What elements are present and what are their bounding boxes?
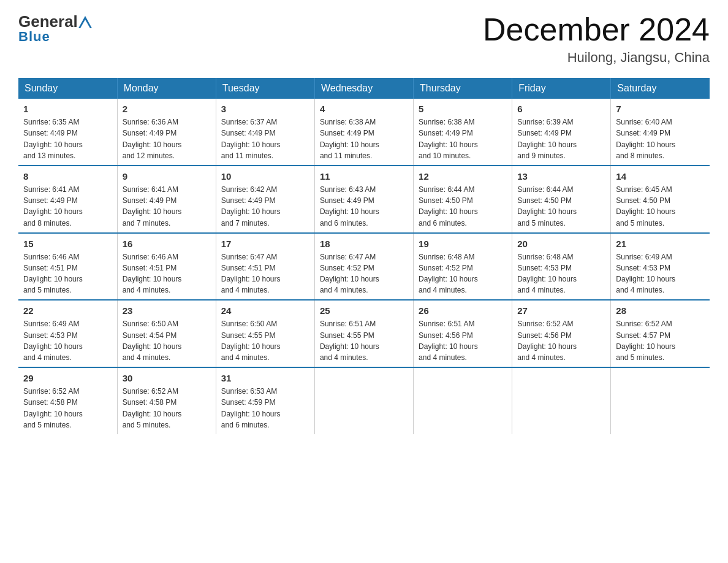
calendar-cell: 6Sunrise: 6:39 AMSunset: 4:49 PMDaylight… [512,99,611,166]
day-number: 27 [517,304,605,317]
calendar-cell: 14Sunrise: 6:45 AMSunset: 4:50 PMDayligh… [611,166,710,233]
day-number: 2 [123,102,211,115]
day-number: 23 [123,304,211,317]
day-info: Sunrise: 6:44 AMSunset: 4:50 PMDaylight:… [517,185,577,228]
calendar-cell: 7Sunrise: 6:40 AMSunset: 4:49 PMDaylight… [611,99,710,166]
calendar-cell: 20Sunrise: 6:48 AMSunset: 4:53 PMDayligh… [512,233,611,301]
calendar-subtitle: Huilong, Jiangsu, China [483,50,710,66]
logo-icon [78,16,93,28]
day-number: 16 [123,237,211,250]
day-info: Sunrise: 6:39 AMSunset: 4:49 PMDaylight:… [517,118,577,160]
calendar-cell: 12Sunrise: 6:44 AMSunset: 4:50 PMDayligh… [414,166,512,233]
day-info: Sunrise: 6:42 AMSunset: 4:49 PMDaylight:… [221,185,281,228]
calendar-cell: 30Sunrise: 6:52 AMSunset: 4:58 PMDayligh… [117,367,216,434]
header-friday: Friday [512,78,611,99]
calendar-cell: 13Sunrise: 6:44 AMSunset: 4:50 PMDayligh… [512,166,611,233]
day-number: 28 [616,304,705,317]
day-number: 15 [23,237,112,250]
day-info: Sunrise: 6:52 AMSunset: 4:56 PMDaylight:… [517,320,577,362]
day-number: 13 [517,170,605,183]
calendar-cell: 17Sunrise: 6:47 AMSunset: 4:51 PMDayligh… [216,233,314,301]
day-number: 6 [517,102,605,115]
day-number: 24 [221,304,309,317]
calendar-cell: 19Sunrise: 6:48 AMSunset: 4:52 PMDayligh… [414,233,512,301]
calendar-cell: 28Sunrise: 6:52 AMSunset: 4:57 PMDayligh… [611,300,710,367]
day-info: Sunrise: 6:51 AMSunset: 4:55 PMDaylight:… [320,320,379,362]
day-info: Sunrise: 6:49 AMSunset: 4:53 PMDaylight:… [616,253,675,295]
day-info: Sunrise: 6:48 AMSunset: 4:53 PMDaylight:… [517,253,577,295]
calendar-cell: 15Sunrise: 6:46 AMSunset: 4:51 PMDayligh… [18,233,117,301]
day-info: Sunrise: 6:45 AMSunset: 4:50 PMDaylight:… [616,185,675,228]
day-number: 22 [23,304,112,317]
calendar-cell: 16Sunrise: 6:46 AMSunset: 4:51 PMDayligh… [117,233,216,301]
calendar-cell: 9Sunrise: 6:41 AMSunset: 4:49 PMDaylight… [117,166,216,233]
day-info: Sunrise: 6:47 AMSunset: 4:52 PMDaylight:… [320,253,379,295]
day-info: Sunrise: 6:46 AMSunset: 4:51 PMDaylight:… [123,253,182,295]
day-info: Sunrise: 6:38 AMSunset: 4:49 PMDaylight:… [320,118,379,160]
day-info: Sunrise: 6:52 AMSunset: 4:58 PMDaylight:… [23,387,83,429]
day-number: 10 [221,170,309,183]
header-thursday: Thursday [414,78,512,99]
day-info: Sunrise: 6:52 AMSunset: 4:58 PMDaylight:… [123,387,182,429]
day-info: Sunrise: 6:51 AMSunset: 4:56 PMDaylight:… [419,320,478,362]
calendar-cell: 1Sunrise: 6:35 AMSunset: 4:49 PMDaylight… [18,99,117,166]
day-info: Sunrise: 6:35 AMSunset: 4:49 PMDaylight:… [23,118,83,160]
calendar-cell: 4Sunrise: 6:38 AMSunset: 4:49 PMDaylight… [314,99,413,166]
day-number: 29 [23,372,112,385]
day-info: Sunrise: 6:52 AMSunset: 4:57 PMDaylight:… [616,320,675,362]
day-info: Sunrise: 6:43 AMSunset: 4:49 PMDaylight:… [320,185,379,228]
calendar-cell: 25Sunrise: 6:51 AMSunset: 4:55 PMDayligh… [314,300,413,367]
logo: General Blue [18,12,93,45]
day-number: 19 [419,237,507,250]
day-number: 12 [419,170,507,183]
day-info: Sunrise: 6:38 AMSunset: 4:49 PMDaylight:… [419,118,478,160]
day-info: Sunrise: 6:49 AMSunset: 4:53 PMDaylight:… [23,320,83,362]
calendar-title: December 2024 [483,12,710,47]
day-info: Sunrise: 6:41 AMSunset: 4:49 PMDaylight:… [123,185,182,228]
day-info: Sunrise: 6:48 AMSunset: 4:52 PMDaylight:… [419,253,478,295]
calendar-cell [314,367,413,434]
calendar-cell: 23Sunrise: 6:50 AMSunset: 4:54 PMDayligh… [117,300,216,367]
day-number: 26 [419,304,507,317]
day-number: 21 [616,237,705,250]
day-number: 30 [123,372,211,385]
day-number: 20 [517,237,605,250]
day-number: 8 [23,170,112,183]
day-number: 25 [320,304,408,317]
header-wednesday: Wednesday [314,78,413,99]
calendar-cell: 8Sunrise: 6:41 AMSunset: 4:49 PMDaylight… [18,166,117,233]
header-saturday: Saturday [611,78,710,99]
week-row-1: 1Sunrise: 6:35 AMSunset: 4:49 PMDaylight… [18,99,710,166]
day-info: Sunrise: 6:50 AMSunset: 4:55 PMDaylight:… [221,320,281,362]
calendar-cell [611,367,710,434]
day-info: Sunrise: 6:53 AMSunset: 4:59 PMDaylight:… [221,387,281,429]
calendar-cell: 27Sunrise: 6:52 AMSunset: 4:56 PMDayligh… [512,300,611,367]
calendar-table: SundayMondayTuesdayWednesdayThursdayFrid… [18,78,710,434]
day-info: Sunrise: 6:36 AMSunset: 4:49 PMDaylight:… [123,118,182,160]
day-info: Sunrise: 6:47 AMSunset: 4:51 PMDaylight:… [221,253,281,295]
day-info: Sunrise: 6:46 AMSunset: 4:51 PMDaylight:… [23,253,83,295]
calendar-cell: 21Sunrise: 6:49 AMSunset: 4:53 PMDayligh… [611,233,710,301]
day-number: 18 [320,237,408,250]
calendar-cell: 2Sunrise: 6:36 AMSunset: 4:49 PMDaylight… [117,99,216,166]
day-info: Sunrise: 6:44 AMSunset: 4:50 PMDaylight:… [419,185,478,228]
week-row-5: 29Sunrise: 6:52 AMSunset: 4:58 PMDayligh… [18,367,710,434]
page-header: General Blue December 2024 Huilong, Jian… [18,12,710,66]
day-number: 4 [320,102,408,115]
day-info: Sunrise: 6:41 AMSunset: 4:49 PMDaylight:… [23,185,83,228]
day-number: 17 [221,237,309,250]
week-row-3: 15Sunrise: 6:46 AMSunset: 4:51 PMDayligh… [18,233,710,301]
header-monday: Monday [117,78,216,99]
week-row-2: 8Sunrise: 6:41 AMSunset: 4:49 PMDaylight… [18,166,710,233]
day-info: Sunrise: 6:40 AMSunset: 4:49 PMDaylight:… [616,118,675,160]
title-section: December 2024 Huilong, Jiangsu, China [483,12,710,66]
day-number: 7 [616,102,705,115]
calendar-cell: 22Sunrise: 6:49 AMSunset: 4:53 PMDayligh… [18,300,117,367]
header-tuesday: Tuesday [216,78,314,99]
calendar-cell: 5Sunrise: 6:38 AMSunset: 4:49 PMDaylight… [414,99,512,166]
day-number: 11 [320,170,408,183]
day-info: Sunrise: 6:37 AMSunset: 4:49 PMDaylight:… [221,118,281,160]
calendar-cell [414,367,512,434]
header-sunday: Sunday [18,78,117,99]
logo-blue-text: Blue [18,29,50,45]
